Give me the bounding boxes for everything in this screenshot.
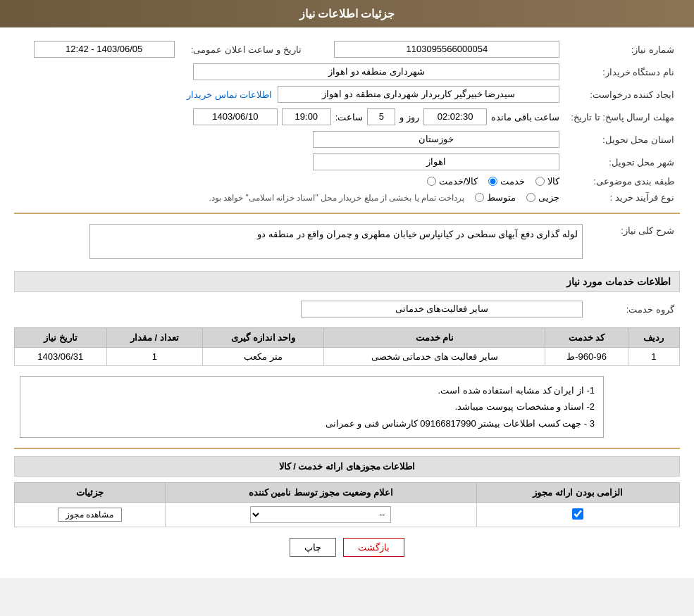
purchase-type-row: نوع فرآیند خرید : جزیی متوسط bbox=[14, 189, 680, 206]
col-license-status: اعلام وضعیت مجوز توسط نامین کننده bbox=[165, 483, 476, 503]
reply-days-field: 5 bbox=[367, 108, 395, 125]
service-group-table: گروه خدمت: سایر فعالیت‌های خدماتی bbox=[14, 298, 680, 320]
buyer-org-field: شهرداری منطقه دو اهواز bbox=[193, 63, 559, 80]
city-label: شهر محل تحویل: bbox=[565, 151, 680, 173]
license-required-cell bbox=[476, 503, 679, 527]
service-group-row: گروه خدمت: سایر فعالیت‌های خدماتی bbox=[14, 298, 680, 320]
description-field: لوله گذاری دفع آبهای سطحی در کیانپارس خی… bbox=[89, 224, 583, 259]
services-table: ردیف کد خدمت نام خدمت واحد اندازه گیری ت… bbox=[14, 327, 680, 366]
cell-quantity: 1 bbox=[106, 348, 203, 366]
col-quantity: تعداد / مقدار bbox=[106, 328, 203, 348]
creator-label: ایجاد کننده درخواست: bbox=[565, 83, 680, 106]
service-group-field: سایر فعالیت‌های خدماتی bbox=[301, 301, 583, 318]
service-group-value: سایر فعالیت‌های خدماتی bbox=[14, 298, 588, 320]
license-section-title: اطلاعات مجوزهای ارائه خدمت / کالا bbox=[14, 456, 680, 477]
purchase-medium-label: متوسط bbox=[487, 192, 516, 203]
print-button[interactable]: چاپ bbox=[290, 538, 336, 557]
purchase-radio-partial[interactable]: جزیی bbox=[526, 192, 559, 203]
province-value: خوزستان bbox=[14, 128, 565, 151]
purchase-radio-medium[interactable]: متوسط bbox=[475, 192, 516, 203]
purchase-note: پرداخت تمام یا بخشی از مبلغ خریدار محل "… bbox=[209, 193, 464, 203]
divider-1 bbox=[14, 213, 680, 214]
reply-deadline-row: مهلت ارسال پاسخ: تا تاریخ: ساعت باقی مان… bbox=[14, 106, 680, 128]
contact-link[interactable]: اطلاعات تماس خریدار bbox=[187, 89, 272, 100]
category-both-label: کالا/خدمت bbox=[439, 176, 478, 187]
buyer-notes-value: 1- از ایران کد مشابه استفاده شده است.2- … bbox=[14, 373, 609, 441]
license-header-row: الزامی بودن ارائه مجوز اعلام وضعیت مجوز … bbox=[15, 483, 680, 503]
cell-date: 1403/06/31 bbox=[15, 348, 107, 366]
category-radio-service[interactable]: خدمت bbox=[488, 176, 525, 187]
creator-field: سیدرضا خبیرگیر کاربردار شهرداری منطقه دو… bbox=[278, 86, 559, 103]
col-license-required: الزامی بودن ارائه مجوز bbox=[476, 483, 679, 503]
city-row: شهر محل تحویل: اهواز bbox=[14, 151, 680, 173]
col-row: ردیف bbox=[628, 328, 679, 348]
announce-datetime-field: 1403/06/05 - 12:42 bbox=[34, 41, 175, 58]
need-number-row: شماره نیاز: 1103095566000054 تاریخ و ساع… bbox=[14, 38, 680, 61]
need-number-label: شماره نیاز: bbox=[565, 38, 680, 61]
license-required-checkbox[interactable] bbox=[572, 508, 583, 520]
col-date: تاریخ نیاز bbox=[15, 328, 107, 348]
category-both-input[interactable] bbox=[427, 177, 436, 186]
need-number-field: 1103095566000054 bbox=[334, 41, 559, 58]
category-service-input[interactable] bbox=[488, 177, 497, 186]
category-row: طبقه بندی موضوعی: کالا خدمت کالا/خدمت bbox=[14, 173, 680, 189]
buyer-notes-field: 1- از ایران کد مشابه استفاده شده است.2- … bbox=[20, 376, 604, 438]
reply-date-field: 1403/06/10 bbox=[193, 108, 278, 125]
license-row: -- مشاهده مجوز bbox=[15, 503, 680, 527]
category-goods-input[interactable] bbox=[535, 177, 545, 186]
reply-time-label: ساعت: bbox=[335, 112, 364, 122]
province-field: خوزستان bbox=[313, 131, 559, 148]
buyer-note-line: 2- اسناد و مشخصات پیوست میباشد. bbox=[29, 398, 595, 415]
province-row: استان محل تحویل: خوزستان bbox=[14, 128, 680, 151]
col-license-details: جزئیات bbox=[15, 483, 166, 503]
view-license-button[interactable]: مشاهده مجوز bbox=[58, 508, 121, 522]
license-status-cell: -- bbox=[165, 503, 476, 527]
cell-row: 1 bbox=[628, 348, 679, 366]
purchase-partial-label: جزیی bbox=[538, 192, 559, 203]
reply-remaining-label: ساعت باقی مانده bbox=[491, 112, 559, 122]
buyer-notes-label bbox=[609, 373, 680, 441]
reply-deadline-value: ساعت باقی مانده 02:02:30 روز و 5 ساعت: 1… bbox=[14, 106, 565, 128]
description-table: شرح کلی نیاز: لوله گذاری دفع آبهای سطحی … bbox=[14, 221, 680, 264]
category-label: طبقه بندی موضوعی: bbox=[565, 173, 680, 189]
announce-datetime-value: 1403/06/05 - 12:42 bbox=[14, 38, 180, 61]
license-table: الزامی بودن ارائه مجوز اعلام وضعیت مجوز … bbox=[14, 482, 680, 527]
back-button[interactable]: بازگشت bbox=[343, 538, 404, 557]
license-status-select[interactable]: -- bbox=[250, 506, 391, 523]
description-value: لوله گذاری دفع آبهای سطحی در کیانپارس خی… bbox=[14, 221, 588, 264]
cell-code: 960-96-ط bbox=[545, 348, 628, 366]
reply-deadline-label: مهلت ارسال پاسخ: تا تاریخ: bbox=[565, 106, 680, 128]
purchase-medium-input[interactable] bbox=[475, 193, 484, 202]
reply-days-label: روز و bbox=[399, 112, 419, 122]
service-group-label: گروه خدمت: bbox=[588, 298, 680, 320]
services-info-title: اطلاعات خدمات مورد نیاز bbox=[14, 271, 680, 292]
reply-time-field: 19:00 bbox=[282, 108, 331, 125]
purchase-type-label: نوع فرآیند خرید : bbox=[565, 189, 680, 206]
creator-value: سیدرضا خبیرگیر کاربردار شهرداری منطقه دو… bbox=[14, 83, 565, 106]
purchase-partial-input[interactable] bbox=[526, 193, 535, 202]
col-name: نام خدمت bbox=[324, 328, 545, 348]
announce-datetime-label: تاریخ و ساعت اعلان عمومی: bbox=[180, 38, 307, 61]
buyer-note-line: 3 - جهت کسب اطلاعات بیشتر 09166817990 کا… bbox=[29, 415, 595, 432]
col-unit: واحد اندازه گیری bbox=[203, 328, 324, 348]
services-table-body: 1 960-96-ط سایر فعالیت های خدماتی شخصی م… bbox=[15, 348, 680, 366]
city-field: اهواز bbox=[313, 153, 559, 170]
need-number-value: 1103095566000054 bbox=[307, 38, 566, 61]
description-label: شرح کلی نیاز: bbox=[588, 221, 680, 264]
action-buttons: بازگشت چاپ bbox=[14, 538, 680, 557]
buyer-org-label: نام دستگاه خریدار: bbox=[565, 61, 680, 83]
creator-row: ایجاد کننده درخواست: سیدرضا خبیرگیر کارب… bbox=[14, 83, 680, 106]
category-radio-goods[interactable]: کالا bbox=[535, 176, 559, 187]
license-table-head: الزامی بودن ارائه مجوز اعلام وضعیت مجوز … bbox=[15, 483, 680, 503]
table-row: 1 960-96-ط سایر فعالیت های خدماتی شخصی م… bbox=[15, 348, 680, 366]
services-table-head: ردیف کد خدمت نام خدمت واحد اندازه گیری ت… bbox=[15, 328, 680, 348]
purchase-type-value: جزیی متوسط پرداخت تمام یا بخشی از مبلغ خ… bbox=[14, 189, 565, 206]
page-wrapper: جزئیات اطلاعات نیاز شماره نیاز: 11030955… bbox=[0, 0, 694, 578]
category-value: کالا خدمت کالا/خدمت bbox=[14, 173, 565, 189]
info-table: شماره نیاز: 1103095566000054 تاریخ و ساع… bbox=[14, 38, 680, 206]
col-code: کد خدمت bbox=[545, 328, 628, 348]
province-label: استان محل تحویل: bbox=[565, 128, 680, 151]
buyer-note-line: 1- از ایران کد مشابه استفاده شده است. bbox=[29, 382, 595, 398]
divider-2 bbox=[14, 448, 680, 449]
category-radio-both[interactable]: کالا/خدمت bbox=[427, 176, 478, 187]
